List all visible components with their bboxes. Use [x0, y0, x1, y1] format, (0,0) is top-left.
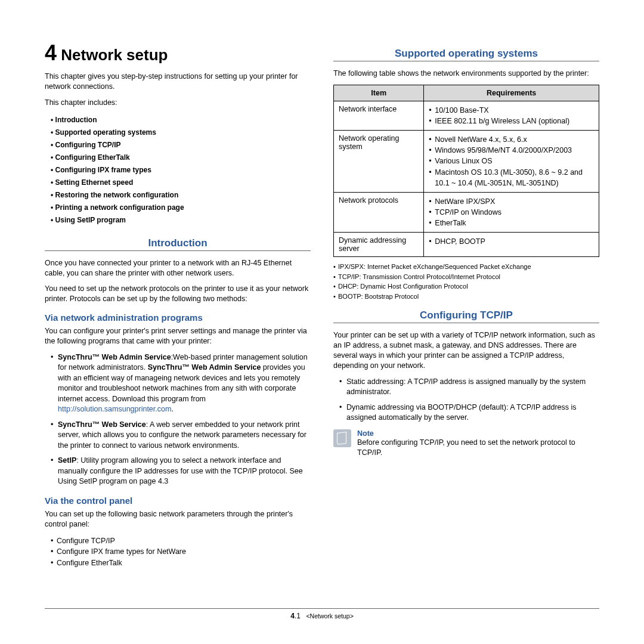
chapter-number: 4 — [45, 41, 57, 65]
tcpip-para: Your printer can be set up with a variet… — [333, 330, 599, 371]
tcpip-item: Static addressing: A TCP/IP address is a… — [339, 377, 599, 398]
toc-item[interactable]: Setting Ethernet speed — [51, 177, 311, 189]
definitions-list: IPX/SPX: Internet Packet eXchange/Sequen… — [333, 262, 599, 301]
admin-list: SyncThru™ Web Admin Service:Web-based pr… — [51, 352, 311, 487]
toc-item[interactable]: Configuring TCP/IP — [51, 139, 311, 151]
panel-item: Configure EtherTalk — [51, 558, 311, 569]
page-number-chapter: 4 — [290, 612, 295, 620]
def-item: DHCP: Dynamic Host Configuration Protoco… — [333, 281, 599, 292]
toc-item[interactable]: Introduction — [51, 114, 311, 126]
cell-item: Network protocols — [334, 192, 424, 232]
note-text: Before configuring TCP/IP, you need to s… — [357, 438, 599, 459]
th-item: Item — [334, 85, 424, 101]
cell-reqs: 10/100 Base-TX IEEE 802.11 b/g Wireless … — [429, 105, 594, 126]
panel-list: Configure TCP/IP Configure IPX frame typ… — [51, 535, 311, 569]
chapter-title: 4 Network setup — [45, 41, 311, 66]
toc-item[interactable]: Printing a network configuration page — [51, 202, 311, 214]
supported-intro: The following table shows the network en… — [333, 69, 599, 79]
breadcrumb: <Network setup> — [306, 612, 353, 620]
intro-p2: You need to set up the network protocols… — [45, 284, 311, 304]
table-row: Network operating system Novell NetWare … — [334, 131, 599, 193]
admin-item: SyncThru™ Web Admin Service:Web-based pr… — [51, 352, 311, 415]
panel-item: Configure IPX frame types for NetWare — [51, 546, 311, 558]
toc-item[interactable]: Configuring IPX frame types — [51, 164, 311, 177]
intro-p1: Once you have connected your printer to … — [45, 258, 311, 278]
table-row: Network protocols NetWare IPX/SPX TCP/IP… — [334, 192, 599, 232]
chapter-name: Network setup — [61, 46, 168, 64]
chapter-intro: This chapter gives you step-by-step inst… — [45, 72, 311, 92]
cell-item: Network interface — [334, 101, 424, 130]
bold-text: SyncThru™ Web Admin Service — [148, 363, 261, 371]
table-row: Network interface 10/100 Base-TX IEEE 80… — [334, 101, 599, 130]
section-introduction-head: Introduction — [45, 237, 311, 249]
bold-text: SyncThru™ Web Admin Service — [58, 353, 171, 361]
section-supported-head: Supported operating systems — [333, 48, 599, 60]
note-icon — [333, 429, 351, 447]
right-column: Supported operating systems The followin… — [333, 41, 599, 575]
divider — [333, 323, 599, 323]
divider — [45, 250, 311, 251]
cell-item: Dynamic addressing server — [334, 233, 424, 257]
divider — [333, 61, 599, 61]
section-tcpip-head: Configuring TCP/IP — [333, 309, 599, 321]
def-item: TCP/IP: Transmission Control Protocol/In… — [333, 272, 599, 282]
toc-list: Introduction Supported operating systems… — [51, 114, 311, 227]
subhead-admin-programs: Via network administration programs — [45, 312, 311, 323]
page-number-rest: .1 — [295, 612, 301, 620]
admin-intro: You can configure your printer's print s… — [45, 326, 311, 346]
toc-item[interactable]: Using SetIP program — [51, 214, 311, 227]
left-column: 4 Network setup This chapter gives you s… — [45, 41, 311, 575]
panel-intro: You can set up the following basic netwo… — [45, 509, 311, 530]
cell-reqs: Novell NetWare 4.x, 5.x, 6.x Windows 95/… — [429, 134, 594, 188]
requirements-table: Item Requirements Network interface 10/1… — [333, 85, 599, 257]
subhead-control-panel: Via the control panel — [45, 496, 311, 506]
def-item: BOOTP: Bootstrap Protocol — [333, 292, 599, 302]
note-label: Note — [357, 429, 599, 438]
toc-item[interactable]: Restoring the network configuration — [51, 189, 311, 202]
cell-item: Network operating system — [334, 131, 424, 193]
toc-item[interactable]: Supported operating systems — [51, 126, 311, 139]
tcpip-item: Dynamic addressing via BOOTP/DHCP (defau… — [339, 402, 599, 423]
page-footer: 4.1 <Network setup> — [45, 608, 599, 620]
toc-item[interactable]: Configuring EtherTalk — [51, 151, 311, 164]
cell-reqs: NetWare IPX/SPX TCP/IP on Windows EtherT… — [429, 196, 594, 228]
download-link[interactable]: http://solution.samsungprinter.com — [58, 405, 171, 413]
bold-text: SyncThru™ Web Service — [58, 420, 146, 429]
cell-reqs: DHCP, BOOTP — [429, 236, 594, 247]
admin-item: SetIP: Utility program allowing you to s… — [51, 456, 311, 487]
th-requirements: Requirements — [424, 85, 599, 101]
admin-item: SyncThru™ Web Service: A web server embe… — [51, 420, 311, 451]
bold-text: SetIP — [58, 456, 76, 465]
tcpip-list: Static addressing: A TCP/IP address is a… — [339, 377, 599, 423]
def-item: IPX/SPX: Internet Packet eXchange/Sequen… — [333, 262, 599, 272]
table-row: Dynamic addressing server DHCP, BOOTP — [334, 233, 599, 257]
includes-label: This chapter includes: — [45, 98, 311, 108]
note-block: Note Before configuring TCP/IP, you need… — [333, 429, 599, 459]
panel-item: Configure TCP/IP — [51, 535, 311, 547]
